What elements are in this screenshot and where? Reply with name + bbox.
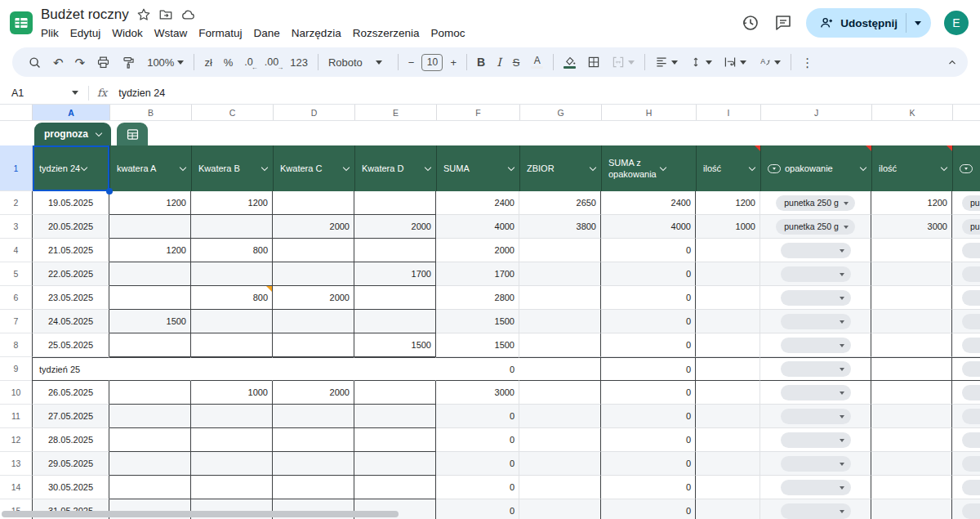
- cell-L4[interactable]: [952, 239, 980, 262]
- cell-J8[interactable]: [760, 333, 871, 357]
- row-header-5[interactable]: 5: [0, 262, 33, 286]
- cell-F5[interactable]: 1700: [436, 262, 519, 286]
- cell-L2[interactable]: pu: [952, 191, 980, 215]
- cell-J14[interactable]: [760, 476, 871, 499]
- dropdown-chip[interactable]: [962, 456, 980, 472]
- column-header-D[interactable]: D: [274, 105, 355, 120]
- cell-D6[interactable]: 2000: [273, 286, 354, 310]
- cell-G13[interactable]: [519, 452, 601, 476]
- row-header-6[interactable]: 6: [0, 286, 33, 310]
- cell-A10[interactable]: 26.05.2025: [32, 381, 109, 405]
- strikethrough-button[interactable]: S: [507, 53, 526, 72]
- cell-C8[interactable]: [191, 333, 273, 357]
- cell-H12[interactable]: 0: [601, 428, 696, 452]
- name-box[interactable]: A1: [11, 87, 78, 99]
- dropdown-chip[interactable]: [781, 432, 851, 448]
- doc-title[interactable]: Budżet roczny: [41, 7, 129, 23]
- cell-C12[interactable]: [191, 428, 273, 452]
- table-name-chip[interactable]: prognoza: [34, 123, 111, 145]
- row-header-4[interactable]: 4: [0, 239, 33, 262]
- dropdown-chip[interactable]: pu: [962, 195, 980, 211]
- cell-I5[interactable]: [696, 262, 760, 286]
- menu-edytuj[interactable]: Edytuj: [65, 25, 107, 41]
- cell-G6[interactable]: [519, 286, 601, 310]
- cell-H11[interactable]: 0: [601, 405, 696, 428]
- column-header-E[interactable]: E: [355, 105, 437, 120]
- dropdown-chip[interactable]: punetka 250 g: [776, 219, 855, 235]
- header-cell-kwatera-a[interactable]: kwatera A: [110, 145, 192, 191]
- cell-G7[interactable]: [519, 310, 601, 333]
- share-dropdown[interactable]: [906, 18, 931, 29]
- cell-K15[interactable]: [871, 499, 952, 519]
- row-header-9[interactable]: 9: [0, 357, 33, 381]
- vertical-align-button[interactable]: [684, 52, 718, 72]
- cell-D13[interactable]: [273, 452, 354, 476]
- cell-L7[interactable]: [952, 310, 980, 333]
- cell-D4[interactable]: [273, 239, 354, 262]
- cell-D8[interactable]: [273, 333, 354, 357]
- cell-H4[interactable]: 0: [601, 239, 696, 262]
- cell-B14[interactable]: [109, 476, 191, 499]
- chevron-down-icon[interactable]: [425, 163, 431, 170]
- search-button[interactable]: [22, 52, 47, 73]
- cell-H5[interactable]: 0: [601, 262, 696, 286]
- cell-L8[interactable]: [952, 333, 980, 357]
- cell-K6[interactable]: [871, 286, 952, 310]
- chevron-down-icon[interactable]: [660, 163, 666, 170]
- cell-L15[interactable]: [952, 499, 980, 519]
- cell-H15[interactable]: 0: [601, 499, 696, 519]
- cell-D2[interactable]: [273, 191, 354, 215]
- cell-E11[interactable]: [354, 405, 436, 428]
- cell-E14[interactable]: [354, 476, 436, 499]
- cell-D12[interactable]: [273, 428, 354, 452]
- menu-widok[interactable]: Widok: [106, 25, 149, 41]
- dropdown-chip[interactable]: [781, 361, 851, 377]
- cell-B11[interactable]: [109, 405, 191, 428]
- cell-H3[interactable]: 4000: [601, 215, 696, 239]
- cell-K9[interactable]: [871, 357, 952, 381]
- chevron-down-icon[interactable]: [860, 163, 866, 170]
- cell-B7[interactable]: 1500: [109, 310, 191, 333]
- cell-D5[interactable]: [273, 262, 354, 286]
- collapse-toolbar-button[interactable]: [947, 56, 958, 68]
- cell-J13[interactable]: [760, 452, 871, 476]
- row-header-12[interactable]: 12: [0, 428, 33, 452]
- cell-F2[interactable]: 2400: [436, 191, 519, 215]
- dropdown-chip[interactable]: [781, 314, 851, 329]
- cell-I7[interactable]: [696, 310, 760, 333]
- dropdown-chip[interactable]: [962, 338, 980, 353]
- more-options-button[interactable]: ⋮: [795, 53, 819, 72]
- header-cell-kwatera-d[interactable]: Kwatera D: [355, 145, 437, 191]
- cell-H8[interactable]: 0: [601, 333, 696, 357]
- sheets-logo-icon[interactable]: [10, 11, 33, 34]
- cell-K7[interactable]: [871, 310, 952, 333]
- print-button[interactable]: [91, 52, 116, 73]
- dropdown-chip[interactable]: [962, 361, 980, 377]
- font-size-input[interactable]: 10: [421, 54, 443, 71]
- cell-A9[interactable]: tydzień 25: [32, 357, 109, 381]
- chevron-down-icon[interactable]: [343, 163, 350, 170]
- cell-E7[interactable]: [354, 310, 436, 333]
- percent-format-button[interactable]: %: [218, 53, 239, 72]
- row-header-2[interactable]: 2: [0, 191, 33, 215]
- cell-A5[interactable]: 22.05.2025: [32, 262, 109, 286]
- cell-K4[interactable]: [871, 239, 952, 262]
- cell-K5[interactable]: [871, 262, 952, 286]
- menu-rozszerzenia[interactable]: Rozszerzenia: [347, 25, 425, 41]
- cell-C2[interactable]: 1200: [191, 191, 273, 215]
- cell-A3[interactable]: 20.05.2025: [32, 215, 109, 239]
- number-format-button[interactable]: 123: [284, 53, 314, 72]
- cell-F4[interactable]: 2000: [436, 239, 519, 262]
- dropdown-chip[interactable]: [962, 409, 980, 424]
- cell-J3[interactable]: punetka 250 g: [760, 215, 871, 239]
- cell-J5[interactable]: [760, 262, 871, 286]
- increase-decimals-button[interactable]: .00→: [259, 53, 284, 71]
- cell-A13[interactable]: 29.05.2025: [32, 452, 109, 476]
- header-cell-l[interactable]: [953, 145, 980, 191]
- header-cell-opakowanie[interactable]: opakowanie: [761, 145, 872, 191]
- cell-B2[interactable]: 1200: [109, 191, 191, 215]
- cell-E10[interactable]: [354, 381, 436, 405]
- cell-B13[interactable]: [109, 452, 191, 476]
- cell-K2[interactable]: 1200: [871, 191, 952, 215]
- table-options-tab[interactable]: [117, 123, 148, 145]
